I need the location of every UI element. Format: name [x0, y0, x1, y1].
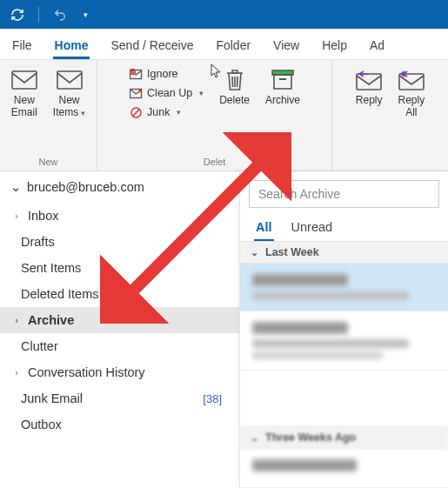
junk-label: Junk: [147, 106, 170, 118]
tab-folder[interactable]: Folder: [214, 33, 252, 59]
ribbon-tabs: File Home Send / Receive Folder View Hel…: [0, 29, 448, 60]
folder-label: Archive: [28, 313, 74, 327]
ribbon-group-delete: Ignore Clean Up▾ Junk▾: [97, 60, 332, 170]
tab-send-receive[interactable]: Send / Receive: [109, 33, 195, 59]
date-group-header[interactable]: ⌄Three Weeks Ago: [240, 426, 448, 449]
folder-label: Inbox: [28, 209, 58, 223]
svg-line-9: [132, 109, 139, 116]
svg-rect-17: [357, 74, 381, 90]
ignore-label: Ignore: [147, 68, 177, 80]
search-input[interactable]: Search Archive: [249, 180, 439, 208]
folder-label: Conversation History: [28, 365, 145, 379]
date-group-header[interactable]: ⌄Last Week: [240, 241, 448, 264]
ribbon-group-new: New Email New Items▾ New: [0, 60, 97, 170]
folder-label: Junk Email: [21, 391, 83, 405]
reply-label: Reply: [356, 95, 383, 107]
archive-button[interactable]: Archive: [262, 65, 304, 110]
date-group-label: Three Weeks Ago: [265, 431, 356, 444]
message-subject-blurred: [252, 291, 409, 300]
message-item[interactable]: [240, 449, 448, 488]
folder-inbox[interactable]: ›Inbox: [0, 203, 239, 229]
archive-label: Archive: [265, 95, 300, 107]
refresh-icon[interactable]: [9, 6, 26, 23]
reply-all-label: Reply All: [398, 95, 425, 119]
ribbon-group-respond: Reply Reply All: [332, 60, 448, 170]
separator: [38, 7, 39, 23]
svg-rect-15: [274, 75, 291, 89]
delete-label: Delete: [219, 95, 250, 107]
tab-view[interactable]: View: [271, 33, 301, 59]
unread-count: [38]: [203, 392, 227, 405]
svg-rect-1: [57, 71, 82, 89]
new-email-label: New Email: [11, 95, 37, 119]
ribbon: New Email New Items▾ New Ignore Clean Up…: [0, 60, 448, 171]
account-name: bruceb@bruceb.com: [27, 180, 144, 194]
reply-button[interactable]: Reply: [352, 65, 386, 110]
folder-conversation-history[interactable]: ›Conversation History: [0, 359, 239, 385]
filter-all[interactable]: All: [254, 217, 274, 241]
folder-outbox[interactable]: Outbox: [0, 411, 239, 438]
cleanup-icon: [129, 86, 143, 100]
envelope-icon: [11, 69, 37, 91]
folder-drafts[interactable]: Drafts: [0, 229, 239, 255]
chevron-down-icon: ⌄: [10, 180, 22, 194]
message-sender-blurred: [252, 274, 348, 286]
tab-help[interactable]: Help: [320, 33, 349, 59]
new-items-button[interactable]: New Items▾: [50, 65, 89, 123]
svg-rect-0: [12, 71, 37, 89]
reply-icon: [356, 69, 382, 91]
svg-line-10: [232, 77, 233, 87]
tab-home[interactable]: Home: [53, 33, 90, 59]
group-label-delete: Delet: [106, 155, 323, 169]
folder-label: Outbox: [21, 418, 62, 431]
svg-rect-18: [399, 74, 424, 90]
folder-clutter[interactable]: Clutter: [0, 333, 239, 359]
svg-line-12: [237, 77, 237, 87]
folder-label: Sent Items: [21, 261, 81, 275]
folder-pane: ⌄ bruceb@bruceb.com ›Inbox Drafts Sent I…: [0, 171, 239, 488]
cleanup-label: Clean Up: [147, 87, 192, 99]
folder-sent-items[interactable]: Sent Items: [0, 255, 239, 281]
envelope-icon: [57, 69, 83, 91]
date-group-label: Last Week: [265, 246, 319, 258]
folder-junk-email[interactable]: Junk Email[38]: [0, 385, 239, 411]
ignore-button[interactable]: Ignore: [125, 65, 207, 83]
junk-icon: [129, 105, 143, 119]
folder-label: Clutter: [21, 339, 58, 353]
qat-dropdown-icon[interactable]: ▾: [81, 6, 90, 23]
new-items-label: New Items▾: [53, 95, 85, 119]
cleanup-button[interactable]: Clean Up▾: [125, 84, 207, 102]
reply-all-icon: [398, 69, 425, 91]
trash-icon: [222, 69, 248, 91]
reply-all-button[interactable]: Reply All: [395, 65, 429, 123]
tab-addins[interactable]: Ad: [368, 33, 386, 59]
undo-icon[interactable]: [51, 6, 69, 23]
new-email-button[interactable]: New Email: [8, 65, 41, 123]
chevron-right-icon: ›: [12, 211, 21, 221]
tab-file[interactable]: File: [10, 33, 34, 59]
filter-unread[interactable]: Unread: [290, 217, 335, 241]
folder-deleted-items[interactable]: Deleted Items: [0, 281, 239, 307]
archive-icon: [270, 69, 296, 91]
cursor-icon: [211, 64, 223, 83]
message-item[interactable]: [240, 264, 448, 311]
message-list-pane: Search Archive All Unread ⌄Last Week ⌄Th…: [239, 171, 448, 488]
folder-archive[interactable]: ›Archive: [0, 307, 239, 333]
ignore-icon: [129, 67, 143, 81]
message-subject-blurred: [252, 339, 409, 348]
group-label-new: New: [9, 155, 88, 169]
title-bar: ▾: [0, 0, 448, 29]
message-preview-blurred: [252, 351, 383, 359]
message-sender-blurred: [252, 322, 348, 334]
chevron-right-icon: ›: [12, 315, 21, 325]
folder-label: Deleted Items: [21, 287, 98, 301]
junk-button[interactable]: Junk▾: [125, 104, 207, 121]
message-sender-blurred: [252, 459, 357, 471]
folder-label: Drafts: [21, 235, 55, 249]
message-item[interactable]: [240, 311, 448, 371]
filter-tabs: All Unread: [240, 211, 448, 241]
delete-small-buttons: Ignore Clean Up▾ Junk▾: [125, 65, 207, 121]
group-label-respond: [341, 155, 439, 169]
chevron-right-icon: ›: [12, 367, 21, 378]
account-header[interactable]: ⌄ bruceb@bruceb.com: [0, 171, 239, 203]
